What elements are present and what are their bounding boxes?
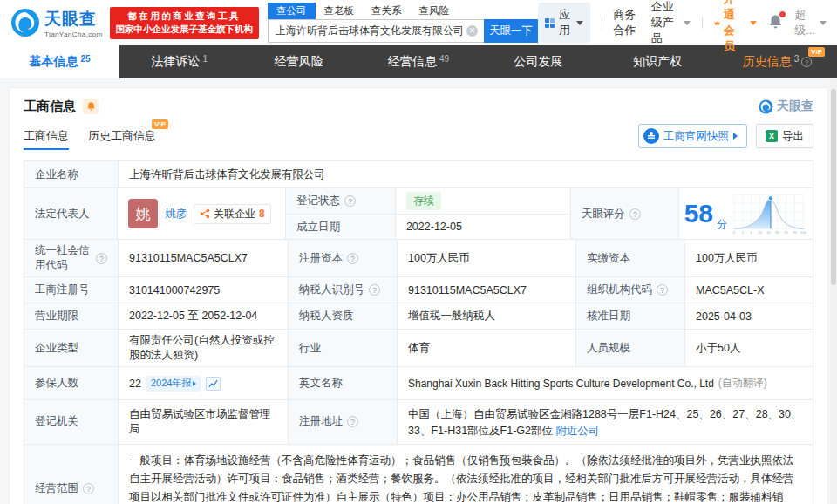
search-tab-boss[interactable]: 查老板 [316,3,364,19]
trend-chart-button[interactable] [206,377,221,391]
divider [602,17,602,29]
notification-bell[interactable] [768,14,783,32]
scrollbar-thumb[interactable] [831,89,836,285]
field-label: 工商注册号 [24,277,118,303]
related-companies-badge[interactable]: 关联企业 8 [194,204,271,224]
apps-menu[interactable]: 应用 [538,3,590,43]
status-badge: 存续 [406,192,441,210]
score-unit: 分 [717,217,727,232]
banner-line2: 国家中小企业发展子基金旗下机构 [116,24,254,36]
table-row-reg-status: 登记状态 存续 [286,188,570,214]
tab-legal-proceedings[interactable]: 法律诉讼1 [119,45,239,78]
logo-swirl-icon [10,8,40,37]
search-input[interactable] [268,19,484,43]
user-menu[interactable]: 超级... [794,7,827,38]
tab-basic-info[interactable]: 基本信息25 [0,45,119,78]
search-tabs: 查公司 查老板 查关系 查风险 [268,3,538,19]
status-date-column: 登记状态 存续 成立日期 2022-12-05 [285,188,570,239]
logo-text: 天眼查 TianYanCha.com [44,8,103,38]
svg-text:100: 100 [800,230,806,235]
help-icon[interactable] [347,253,358,264]
legal-rep-link[interactable]: 姚彦 [165,207,187,221]
address-value: 中国（上海）自由贸易试验区金湘路1288号一层F1-H24、25、26、27、2… [408,408,802,437]
divider [702,17,703,29]
search-tab-company[interactable]: 查公司 [268,3,316,19]
watermark-logo: 天眼查 [759,99,813,114]
tab-business-info[interactable]: 经营信息49 [358,45,478,78]
top-header: 天眼查 TianYanCha.com 都在用的商业查询工具 国家中小企业发展子基… [0,0,837,45]
chevron-right-icon [733,133,738,140]
search-tab-risk[interactable]: 查风险 [411,3,459,19]
nav-enterprise[interactable]: 企业级产品 [651,0,691,46]
main-content: 工商信息 天眼查 工商信息 [0,87,837,504]
field-value: 91310115MAC5A5CLX7 [397,277,575,303]
section-title: 工商信息 [24,99,76,115]
insured-cell: 22 2024年报 [118,367,288,399]
nearby-companies-link[interactable]: 附近公司 [556,425,600,437]
svg-text:99: 99 [793,230,797,235]
search-tab-relation[interactable]: 查关系 [363,3,411,19]
help-icon[interactable] [369,284,380,296]
field-value: 2022-12-05 至 2052-12-04 [118,303,288,329]
help-icon[interactable] [629,208,641,220]
score-value: 58 [684,201,713,227]
table-row-company-name: 企业名称 上海许昕背后击球体育文化发展有限公司 [24,161,813,187]
tab-operational-risk[interactable]: 经营风险 [239,45,358,78]
field-value: MAC5A5CL-X [684,277,813,303]
help-icon[interactable] [344,195,356,207]
clear-icon[interactable] [466,25,478,37]
banner-line1: 都在用的商业查询工具 [116,10,254,23]
tianyancha-logo[interactable]: 天眼查 TianYanCha.com [10,8,103,38]
tab-company-development[interactable]: 公司发展 [479,45,598,78]
excel-icon [766,130,778,142]
reg-status-value: 存续 [395,188,570,214]
help-icon[interactable] [96,253,107,264]
subtab-business-registration[interactable]: 工商信息 [24,128,69,144]
legal-rep-cell: 姚 姚彦 关联企业 8 [117,188,285,239]
field-value: 91310115MAC5A5CLX7 [118,240,288,276]
field-label: 英文名称 [288,367,397,399]
nav-cooperation[interactable]: 商务合作 [614,7,640,38]
business-info-card: 工商信息 天眼查 工商信息 [9,87,828,504]
table-row-registry: 登记机关 自由贸易试验区市场监督管理局 注册地址 中国（上海）自由贸易试验区金湘… [24,399,813,444]
search-button[interactable]: 天眼一下 [484,19,538,43]
field-value: 有限责任公司(自然人投资或控股的法人独资) [118,330,288,366]
help-icon[interactable] [347,416,358,427]
section-tabbar: 基本信息25 法律诉讼1 经营风险 经营信息49 公司发展 知识产权 VIP 历… [0,45,837,78]
table-row-legal-rep: 法定代表人 姚 姚彦 关联企业 8 [24,187,813,239]
help-icon[interactable] [657,284,668,296]
field-label: 核准日期 [575,303,684,329]
auto-translate-note: (自动翻译) [718,376,767,391]
field-label: 企业类型 [24,330,118,366]
field-label: 注册资本 [288,240,397,276]
apps-label: 应用 [559,7,570,38]
field-label: 组织机构代码 [575,277,684,303]
field-label: 天眼评分 [570,188,678,239]
subtab-history-registration[interactable]: 历史工商信息 VIP [88,128,156,144]
vip-badge: VIP [808,47,825,57]
subscribe-bell-button[interactable] [83,99,99,114]
bell-icon [86,101,96,112]
apps-grid-icon [545,18,555,28]
brand-domain: TianYanCha.com [44,31,103,38]
insured-count: 22 [129,378,141,390]
field-label: 统一社会信用代码 [24,240,118,276]
official-snapshot-button[interactable]: 工商官网快照 [638,124,747,148]
help-icon[interactable] [801,57,812,67]
export-button[interactable]: 导出 [756,124,813,148]
link-network-icon [200,208,210,219]
crown-icon [714,17,720,29]
field-value: 体育 [397,330,575,366]
english-name-value: Shanghai Xuxin Back Hitting Sports Cultu… [408,378,714,390]
avatar[interactable]: 姚 [128,199,158,228]
tab-intellectual-property[interactable]: 知识产权 [598,45,718,78]
promo-banner: 都在用的商业查询工具 国家中小企业发展子基金旗下机构 [110,7,260,39]
svg-text:50: 50 [766,230,771,235]
field-value: 2025-04-03 [684,303,813,329]
table-row: 工商注册号 310141000742975 纳税人识别号 91310115MAC… [24,276,813,303]
address-cell: 中国（上海）自由贸易试验区金湘路1288号一层F1-H24、25、26、27、2… [397,400,813,444]
tab-history-info[interactable]: VIP 历史信息3 [718,45,837,78]
annual-report-link[interactable]: 2024年报 [146,376,201,392]
field-label: 纳税人资质 [288,303,397,329]
help-icon[interactable] [83,483,94,494]
